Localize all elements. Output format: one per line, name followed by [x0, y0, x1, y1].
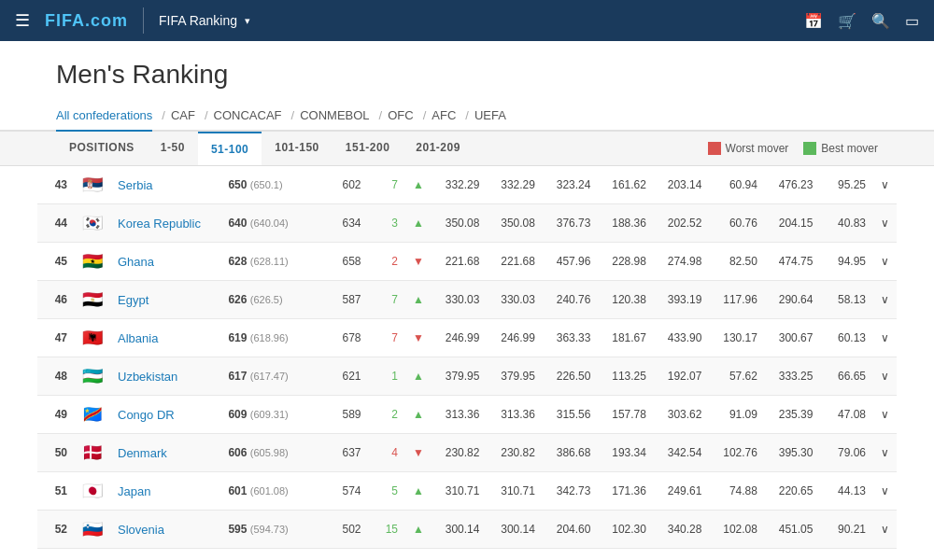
flag-cell: 🇩🇰 [75, 434, 110, 472]
col3: 315.56 [543, 396, 599, 434]
header-divider [143, 7, 144, 34]
country-name-cell[interactable]: Russia [110, 549, 220, 561]
expand-button[interactable]: ∨ [873, 434, 897, 472]
col1: 350.08 [432, 204, 488, 243]
prev-points: 602 [316, 166, 368, 204]
header-nav[interactable]: FIFA Ranking ▾ [159, 13, 250, 28]
flag-cell: 🇪🇬 [75, 281, 110, 319]
col6: 130.17 [709, 319, 765, 357]
expand-button[interactable]: ∨ [873, 166, 897, 204]
col7: 235.39 [765, 396, 821, 434]
prev-points: 685 [316, 549, 368, 561]
country-name[interactable]: Denmark [118, 446, 167, 460]
col5: 342.54 [654, 434, 710, 472]
country-name[interactable]: Congo DR [118, 408, 175, 422]
country-name-cell[interactable]: Serbia [110, 166, 220, 204]
conf-tab-concacaf[interactable]: CONCACAF [214, 101, 282, 130]
country-name[interactable]: Uzbekistan [118, 370, 177, 384]
menu-icon[interactable]: ☰ [15, 10, 30, 31]
conf-tab-caf[interactable]: CAF [171, 101, 195, 130]
country-name[interactable]: Serbia [118, 178, 153, 192]
col3: 457.96 [543, 243, 599, 281]
col2: 350.08 [487, 204, 543, 243]
flag-cell: 🇯🇵 [75, 472, 110, 511]
calendar-icon[interactable]: 📅 [804, 12, 823, 30]
country-name-cell[interactable]: Denmark [110, 434, 220, 472]
country-name-cell[interactable]: Slovenia [110, 511, 220, 549]
points-main: 619 (618.96) [220, 319, 316, 357]
conf-tab-uefa[interactable]: UEFA [474, 101, 506, 130]
expand-button[interactable]: ∨ [873, 396, 897, 434]
col2: 178.04 [487, 549, 543, 561]
country-name-cell[interactable]: Korea Republic [110, 204, 220, 243]
change-arrow: ▲ [405, 166, 432, 204]
flag-cell: 🇨🇩 [75, 396, 110, 434]
conf-tab-conmebol[interactable]: CONMEBOL [300, 101, 369, 130]
expand-button[interactable]: ∨ [873, 281, 897, 319]
table-row: 45 🇬🇭 Ghana 628 (628.11) 658 2 ▼ 221.68 … [37, 243, 897, 281]
prev-points: 634 [316, 204, 368, 243]
change-arrow: ▲ [405, 357, 432, 396]
col6: 60.76 [709, 204, 765, 243]
pos-tab-positions[interactable]: POSITIONS [56, 132, 148, 165]
cart-icon[interactable]: 🛒 [838, 12, 856, 30]
best-mover-legend: Best mover [803, 142, 878, 155]
pos-tab-201-209[interactable]: 201-209 [403, 132, 474, 165]
col5: 203.14 [654, 166, 710, 204]
col5: 340.28 [654, 511, 710, 549]
pos-tab-1-50[interactable]: 1-50 [148, 132, 198, 165]
col8: 95.25 [820, 166, 873, 204]
col7: 326.96 [765, 549, 821, 561]
expand-button[interactable]: ∨ [873, 204, 897, 243]
expand-button[interactable]: ∨ [873, 243, 897, 281]
expand-button[interactable]: ∨ [873, 319, 897, 357]
rank-number: 49 [37, 396, 75, 434]
rank-number: 52 [37, 511, 75, 549]
conf-tab-ofc[interactable]: OFC [388, 101, 413, 130]
arrow-down-icon: ▼ [413, 331, 424, 344]
prev-points: 587 [316, 281, 368, 319]
col8: 40.83 [820, 204, 873, 243]
pos-tab-51-100[interactable]: 51-100 [198, 132, 262, 165]
col1: 313.36 [432, 396, 488, 434]
country-name[interactable]: Korea Republic [118, 217, 201, 231]
country-name-cell[interactable]: Congo DR [110, 396, 220, 434]
pos-tab-151-200[interactable]: 151-200 [333, 132, 403, 165]
expand-button[interactable]: ∨ [873, 511, 897, 549]
country-name-cell[interactable]: Uzbekistan [110, 357, 220, 396]
change-number: 7 [369, 281, 406, 319]
arrow-up-icon: ▲ [413, 484, 424, 497]
country-name-cell[interactable]: Egypt [110, 281, 220, 319]
expand-button[interactable]: ∨ [873, 472, 897, 511]
col4: 188.36 [598, 204, 654, 243]
change-number: 15 [369, 549, 406, 561]
country-name-cell[interactable]: Japan [110, 472, 220, 511]
col2: 310.71 [487, 472, 543, 511]
country-name[interactable]: Ghana [118, 255, 154, 269]
col6: 117.96 [709, 281, 765, 319]
country-name[interactable]: Slovenia [118, 523, 164, 537]
flag-cell: 🇺🇿 [75, 357, 110, 396]
expand-button[interactable]: ∨ [873, 549, 897, 561]
expand-button[interactable]: ∨ [873, 357, 897, 396]
col3: 376.73 [543, 204, 599, 243]
col4: 193.34 [598, 434, 654, 472]
country-name[interactable]: Albania [118, 331, 158, 345]
conf-tab-all[interactable]: All confederations [56, 101, 152, 132]
col6: 106.79 [709, 549, 765, 561]
country-name[interactable]: Japan [118, 484, 150, 498]
user-icon[interactable]: ▭ [905, 12, 919, 30]
conf-tab-afc[interactable]: AFC [432, 101, 456, 130]
col7: 204.15 [765, 204, 821, 243]
arrow-up-icon: ▲ [413, 293, 424, 306]
rank-number: 44 [37, 204, 75, 243]
col7: 476.23 [765, 166, 821, 204]
col8: 79.06 [820, 434, 873, 472]
search-icon[interactable]: 🔍 [871, 12, 890, 30]
country-name-cell[interactable]: Ghana [110, 243, 220, 281]
col3: 487.28 [543, 549, 599, 561]
points-main: 606 (605.98) [220, 434, 316, 472]
country-name[interactable]: Egypt [118, 293, 149, 307]
country-name-cell[interactable]: Albania [110, 319, 220, 357]
pos-tab-101-150[interactable]: 101-150 [262, 132, 333, 165]
